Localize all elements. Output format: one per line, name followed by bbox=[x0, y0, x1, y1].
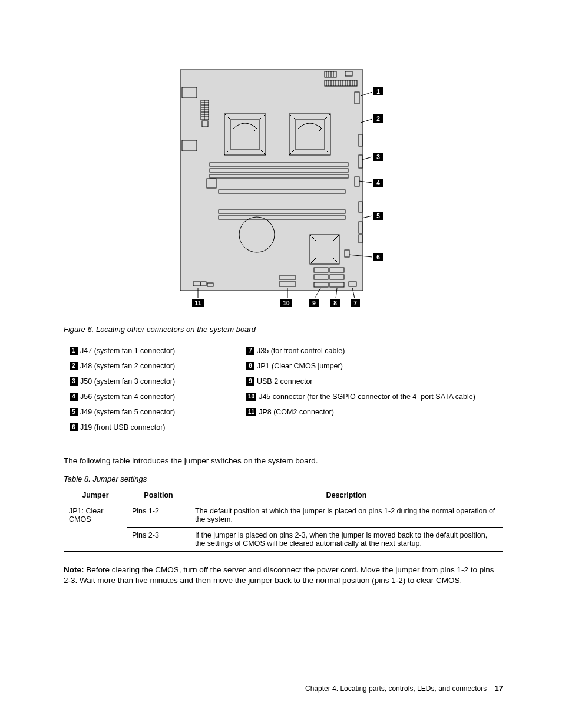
svg-text:11: 11 bbox=[194, 300, 201, 307]
table-row: Pins 2-3 If the jumper is placed on pins… bbox=[64, 528, 503, 552]
system-board-diagram: 1 2 3 4 5 6 11 10 9 8 7 bbox=[64, 64, 503, 313]
svg-text:8: 8 bbox=[333, 300, 337, 307]
figure-caption: Figure 6. Locating other connectors on t… bbox=[64, 325, 503, 334]
table-row: JP1: Clear CMOS Pins 1-2 The default pos… bbox=[64, 503, 503, 528]
svg-text:9: 9 bbox=[312, 300, 316, 307]
board-svg: 1 2 3 4 5 6 11 10 9 8 7 bbox=[174, 64, 392, 311]
svg-text:7: 7 bbox=[353, 300, 357, 307]
legend: 1J47 (system fan 1 connector) 2J48 (syst… bbox=[70, 347, 503, 439]
svg-text:6: 6 bbox=[376, 254, 380, 261]
svg-text:10: 10 bbox=[283, 300, 290, 307]
page-footer: Chapter 4. Locating parts, controls, LED… bbox=[305, 684, 503, 693]
svg-text:1: 1 bbox=[376, 88, 380, 95]
svg-text:5: 5 bbox=[376, 213, 380, 219]
jumper-settings-table: Jumper Position Description JP1: Clear C… bbox=[64, 487, 503, 552]
intro-text: The following table introduces the jumpe… bbox=[64, 456, 503, 465]
note: Note: Before clearing the CMOS, turn off… bbox=[64, 565, 503, 586]
table-caption: Table 8. Jumper settings bbox=[64, 475, 503, 483]
svg-text:2: 2 bbox=[376, 116, 380, 122]
svg-text:3: 3 bbox=[376, 154, 380, 160]
svg-line-70 bbox=[362, 216, 372, 218]
svg-text:4: 4 bbox=[376, 180, 380, 186]
svg-line-68 bbox=[362, 157, 372, 160]
